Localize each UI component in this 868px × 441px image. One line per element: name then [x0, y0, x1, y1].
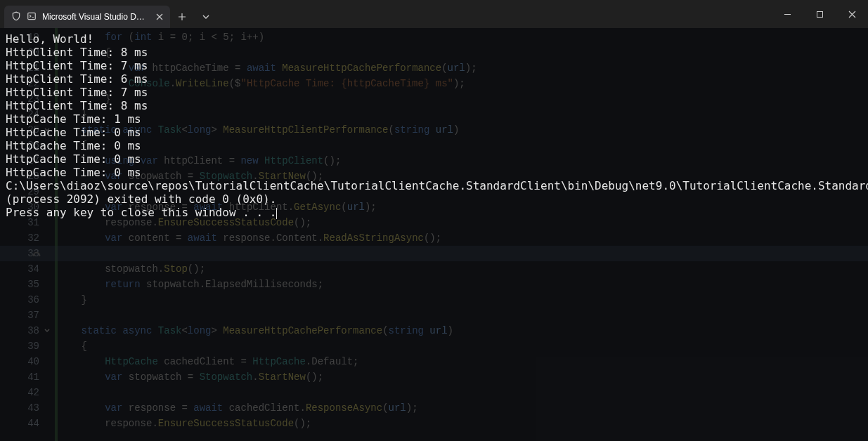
content-area: 1920212223242526272829303132333435363738… — [0, 28, 868, 441]
tab-active[interactable]: Microsoft Visual Studio Debug — [4, 6, 170, 28]
console-line: HttpCache Time: 0 ms — [6, 166, 868, 179]
svg-rect-1 — [817, 11, 822, 17]
close-tab-button[interactable] — [153, 11, 166, 23]
window-controls — [771, 0, 868, 28]
console-line: Press any key to close this window . . . — [6, 206, 868, 219]
text-cursor — [276, 208, 277, 219]
close-window-button[interactable] — [836, 0, 868, 28]
console-line: HttpClient Time: 6 ms — [6, 72, 868, 86]
console-line: C:\Users\diaoz\source\repos\TutorialClie… — [6, 179, 868, 206]
console-line: HttpCache Time: 1 ms — [6, 112, 868, 126]
titlebar: Microsoft Visual Studio Debug — [0, 0, 868, 28]
tab-dropdown-button[interactable] — [194, 6, 218, 28]
shield-icon — [11, 11, 21, 23]
console-line: HttpClient Time: 8 ms — [6, 99, 868, 112]
terminal-icon — [27, 11, 37, 23]
console-line: HttpCache Time: 0 ms — [6, 126, 868, 139]
minimize-button[interactable] — [771, 0, 803, 28]
tab-strip: Microsoft Visual Studio Debug — [0, 0, 218, 28]
console-line: Hello, World! — [6, 32, 868, 46]
svg-rect-0 — [28, 13, 36, 19]
tab-title: Microsoft Visual Studio Debug — [42, 12, 148, 22]
console-line: HttpClient Time: 8 ms — [6, 46, 868, 59]
new-tab-button[interactable] — [170, 6, 194, 28]
console-line: HttpCache Time: 0 ms — [6, 152, 868, 166]
console-line: HttpClient Time: 7 ms — [6, 59, 868, 72]
console-line: HttpCache Time: 0 ms — [6, 139, 868, 152]
debug-console-output[interactable]: Hello, World!HttpClient Time: 8 msHttpCl… — [0, 28, 868, 441]
console-line: HttpClient Time: 7 ms — [6, 86, 868, 99]
maximize-button[interactable] — [803, 0, 836, 28]
